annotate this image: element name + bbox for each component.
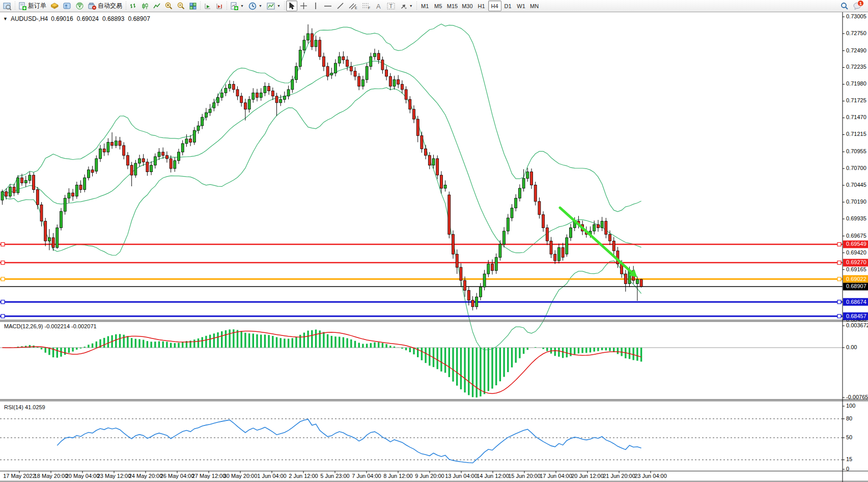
bollinger-upper-band (3, 24, 641, 212)
line-handle[interactable] (1, 261, 5, 265)
line-handle[interactable] (837, 261, 841, 265)
svg-text:27 May 12:00: 27 May 12:00 (192, 473, 226, 479)
symbol-title: ▼ AUDUSD-,H4 0.69016 0.69024 0.68893 0.6… (3, 15, 150, 22)
zoom-in-icon (165, 2, 173, 10)
line-handle[interactable] (1, 277, 5, 281)
open-value: 0.69016 (51, 15, 73, 22)
market-depth-button[interactable] (49, 1, 61, 11)
candle-up (87, 170, 90, 178)
candle-up (499, 244, 501, 258)
chart-window-icon[interactable] (1, 1, 13, 11)
svg-text:T: T (389, 3, 393, 9)
bar-chart-icon (130, 3, 137, 10)
new-order-label: 新订单 (28, 2, 46, 10)
candle-down (162, 152, 164, 156)
candle-up (334, 63, 337, 73)
horizontal-line-button[interactable] (322, 1, 334, 11)
candle-down (377, 53, 380, 60)
svg-text:0: 0 (846, 466, 849, 472)
fibonacci-button[interactable]: F (360, 1, 373, 11)
candle-down (546, 228, 548, 241)
candle-up (374, 53, 376, 57)
candle-up (295, 67, 298, 80)
line-handle[interactable] (837, 300, 841, 304)
svg-text:0.72490: 0.72490 (846, 47, 866, 53)
channel-button[interactable]: E (347, 1, 359, 11)
text-button[interactable]: A (373, 1, 384, 11)
vertical-line-button[interactable] (310, 1, 321, 11)
timeframe-w1[interactable]: W1 (515, 1, 528, 11)
timeframe-m15[interactable]: M15 (445, 1, 460, 11)
line-handle[interactable] (1, 315, 5, 318)
line-handle[interactable] (1, 300, 5, 304)
svg-text:23 Jun 04:00: 23 Jun 04:00 (634, 473, 667, 479)
candle-down (91, 170, 94, 173)
line-chart-type-button[interactable] (151, 1, 162, 11)
svg-text:24 May 20:00: 24 May 20:00 (129, 473, 163, 479)
candle-down (460, 267, 462, 280)
candle-up (479, 287, 482, 297)
candle-up (174, 161, 176, 169)
line-handle[interactable] (837, 243, 841, 246)
timeframe-m1[interactable]: M1 (418, 1, 432, 11)
timeframe-h1[interactable]: H1 (475, 1, 488, 11)
cursor-icon (288, 2, 295, 10)
candle-down (389, 76, 391, 86)
timeframe-h4[interactable]: H4 (488, 1, 501, 11)
horizontal-line-objects[interactable] (0, 243, 843, 318)
candle-down (452, 235, 455, 254)
cursor-button[interactable] (286, 1, 297, 11)
candle-up (75, 185, 78, 196)
candle-up (178, 152, 180, 161)
chart-canvas[interactable]: 0.730050.727500.724900.722350.719800.717… (0, 12, 868, 482)
crosshair-button[interactable] (298, 1, 310, 11)
line-handle[interactable] (837, 277, 841, 281)
timeframe-d1[interactable]: D1 (501, 1, 515, 11)
zoom-out-button[interactable] (175, 1, 187, 11)
indicators-button[interactable]: ▼ (229, 1, 246, 11)
candle-up (252, 93, 255, 99)
candle-down (130, 165, 133, 175)
candle-up (213, 103, 215, 108)
candle-up (495, 258, 497, 271)
trendline-button[interactable] (334, 1, 346, 11)
candle-up (56, 228, 59, 248)
timeframe-m30[interactable]: M30 (460, 1, 474, 11)
templates-button[interactable]: ▼ (265, 1, 283, 11)
candle-up (483, 274, 486, 287)
collapse-arrow-icon[interactable]: ▼ (3, 16, 8, 21)
low-value: 0.68893 (102, 15, 124, 22)
line-handle[interactable] (837, 315, 841, 318)
market-watch-button[interactable] (61, 1, 73, 11)
svg-text:20 Jun 12:00: 20 Jun 12:00 (571, 473, 604, 479)
candle-up (487, 264, 490, 274)
timeframe-m5[interactable]: M5 (432, 1, 445, 11)
candle-down (491, 264, 494, 271)
add-indicator-icon (231, 2, 238, 10)
line-handle[interactable] (1, 243, 5, 246)
notifications-button[interactable]: 1 (851, 1, 864, 11)
candle-down (397, 80, 400, 84)
signals-button[interactable] (74, 1, 86, 11)
tile-windows-button[interactable] (187, 1, 199, 11)
arrows-button[interactable]: ▼ (398, 1, 415, 11)
auto-trading-button[interactable]: 自动交易 (86, 1, 124, 11)
svg-text:7 Jun 04:00: 7 Jun 04:00 (352, 473, 381, 479)
svg-text:8 Jun 12:00: 8 Jun 12:00 (383, 473, 413, 479)
periods-button[interactable]: ▼ (246, 1, 264, 11)
search-button[interactable] (838, 1, 851, 11)
candle-up (601, 221, 603, 228)
timeframe-mn[interactable]: MN (528, 1, 541, 11)
zoom-in-button[interactable] (163, 1, 175, 11)
bar-chart-type-button[interactable] (128, 1, 139, 11)
svg-text:-0.007656: -0.007656 (846, 394, 868, 400)
text-label-button[interactable]: T (385, 1, 397, 11)
auto-scroll-button[interactable] (202, 1, 213, 11)
vertical-line-icon (313, 2, 319, 10)
new-order-button[interactable]: 新订单 (17, 1, 48, 11)
candle-down (13, 187, 15, 193)
signal-icon (76, 2, 83, 10)
candle-chart-type-button[interactable] (139, 1, 151, 11)
svg-text:0.68907: 0.68907 (846, 283, 866, 289)
chart-shift-button[interactable] (214, 1, 225, 11)
